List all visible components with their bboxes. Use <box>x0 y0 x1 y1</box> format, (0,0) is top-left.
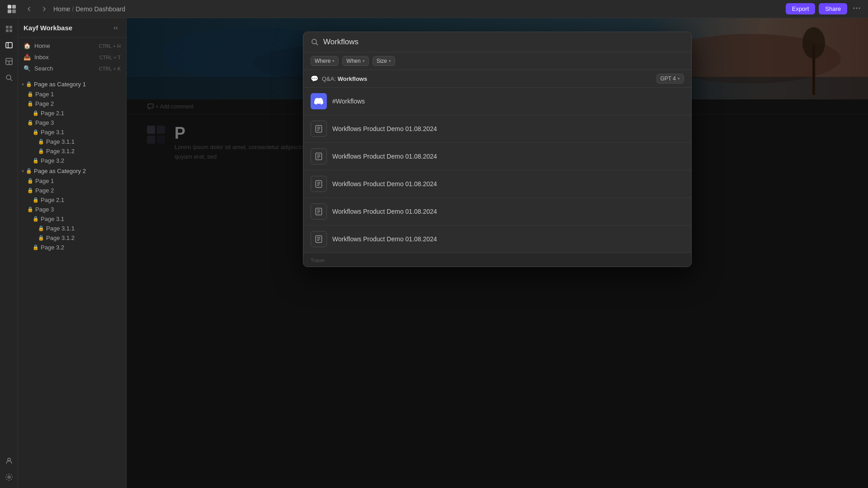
category-more-button[interactable]: ··· <box>115 167 123 174</box>
item-add-button[interactable]: + <box>109 129 114 136</box>
sidebar-item-c2-page2[interactable]: 🔒 Page 2 +··· <box>18 186 126 195</box>
item-add-button[interactable]: + <box>109 158 114 164</box>
share-button[interactable]: Share <box>819 3 847 14</box>
sidebar-category-2[interactable]: ▾ 🔒 Page as Category 2 + ··· <box>18 165 126 176</box>
filter-where[interactable]: Where ▾ <box>311 56 339 66</box>
sidebar-item-c1-page3[interactable]: 🔒 Page 3 +··· <box>18 118 126 127</box>
search-input[interactable] <box>323 38 684 47</box>
item-more-button[interactable]: ··· <box>116 158 123 164</box>
breadcrumb: Home / Demo Dashboard <box>53 5 125 13</box>
sidebar-item-c1-page312[interactable]: 🔒 Page 3.1.2 +··· <box>18 146 126 156</box>
forward-button[interactable] <box>38 3 51 15</box>
breadcrumb-home[interactable]: Home <box>53 5 70 13</box>
search-icon <box>311 38 319 46</box>
search-result-notion-5[interactable]: Workflows Product Demo 01.08.2024 <box>303 225 691 253</box>
sidebar-item-c2-page3[interactable]: 🔒 Page 3 +··· <box>18 205 126 214</box>
item-more-button[interactable]: ··· <box>116 216 123 222</box>
sidebar-item-inbox[interactable]: 📥 Inbox CTRL + T <box>18 52 126 63</box>
item-add-button[interactable]: + <box>109 120 114 126</box>
search-result-notion-4[interactable]: Workflows Product Demo 01.08.2024 <box>303 198 691 225</box>
svg-rect-8 <box>9 26 12 28</box>
sidebar-collapse-button[interactable]: ‹‹ <box>111 23 121 33</box>
item-add-button[interactable]: + <box>109 235 114 241</box>
item-add-button[interactable]: + <box>109 101 114 107</box>
item-more-button[interactable]: ··· <box>116 120 123 126</box>
page-lock-icon: 🔒 <box>38 139 44 145</box>
sidebar-item-c1-page31[interactable]: 🔒 Page 3.1 +··· <box>18 127 126 137</box>
icon-bar-pages[interactable] <box>2 22 16 36</box>
search-result-notion-2[interactable]: Workflows Product Demo 01.08.2024 <box>303 143 691 170</box>
item-more-button[interactable]: ··· <box>116 91 123 98</box>
item-add-button[interactable]: + <box>109 244 114 251</box>
breadcrumb-demo-dashboard[interactable]: Demo Dashboard <box>75 5 125 13</box>
category-arrow-icon: ▾ <box>22 82 24 87</box>
item-more-button[interactable]: ··· <box>116 139 123 145</box>
sidebar-item-c1-page32[interactable]: 🔒 Page 3.2 +··· <box>18 156 126 165</box>
svg-rect-0 <box>8 5 11 8</box>
sidebar-item-c1-page2[interactable]: 🔒 Page 2 +··· <box>18 99 126 108</box>
icon-bar-search[interactable] <box>2 70 16 85</box>
item-more-button[interactable]: ··· <box>116 148 123 155</box>
item-add-button[interactable]: + <box>109 206 114 213</box>
item-more-button[interactable]: ··· <box>116 188 123 194</box>
svg-rect-1 <box>12 5 16 8</box>
sidebar-item-c1-page311[interactable]: 🔒 Page 3.1.1 +··· <box>18 137 126 146</box>
item-more-button[interactable]: ··· <box>116 129 123 136</box>
sidebar-item-home[interactable]: 🏠 Home CTRL + H <box>18 40 126 52</box>
icon-bar-settings[interactable] <box>2 470 16 484</box>
item-add-button[interactable]: + <box>109 139 114 145</box>
filter-size[interactable]: Size ▾ <box>373 56 395 66</box>
item-more-button[interactable]: ··· <box>116 206 123 213</box>
item-more-button[interactable]: ··· <box>116 101 123 107</box>
search-result-discord[interactable]: #Workflows <box>303 88 691 115</box>
gpt-selector[interactable]: GPT 4 ▾ <box>656 74 684 84</box>
search-nav-icon: 🔍 <box>24 65 31 72</box>
item-more-button[interactable]: ··· <box>116 235 123 241</box>
search-result-notion-3[interactable]: Workflows Product Demo 01.08.2024 <box>303 170 691 198</box>
category-add-button[interactable]: + <box>108 167 114 174</box>
item-add-button[interactable]: + <box>109 225 114 232</box>
item-more-button[interactable]: ··· <box>116 225 123 232</box>
icon-bar-profile[interactable] <box>2 454 16 468</box>
item-more-button[interactable]: ··· <box>116 110 123 117</box>
sidebar-item-c1-page1[interactable]: 🔒 Page 1 +··· <box>18 89 126 99</box>
category-add-button[interactable]: + <box>108 80 114 88</box>
sidebar-item-c2-page21[interactable]: 🔒 Page 2.1 +··· <box>18 195 126 205</box>
svg-point-18 <box>8 458 10 461</box>
page-lock-icon: 🔒 <box>27 188 33 193</box>
item-add-button[interactable]: + <box>109 188 114 194</box>
category-more-button[interactable]: ··· <box>115 80 123 88</box>
sidebar-item-c2-page311[interactable]: 🔒 Page 3.1.1 +··· <box>18 224 126 233</box>
item-add-button[interactable]: + <box>109 216 114 222</box>
tracer-label: Tracer <box>311 258 325 263</box>
item-more-button[interactable]: ··· <box>116 244 123 251</box>
item-more-button[interactable]: ··· <box>116 197 123 203</box>
icon-bar-blocks[interactable] <box>2 54 16 69</box>
sidebar-item-c2-page31[interactable]: 🔒 Page 3.1 +··· <box>18 214 126 224</box>
back-button[interactable] <box>23 3 35 15</box>
sidebar-item-c2-page1[interactable]: 🔒 Page 1 +··· <box>18 176 126 186</box>
sidebar-item-c1-page21[interactable]: 🔒 Page 2.1 +··· <box>18 108 126 118</box>
search-modal: Where ▾ When ▾ Size ▾ 💬 <box>303 32 692 267</box>
svg-rect-10 <box>9 29 12 32</box>
sidebar-item-c2-page32[interactable]: 🔒 Page 3.2 +··· <box>18 243 126 252</box>
page-lock-icon: 🔒 <box>27 91 33 97</box>
svg-point-19 <box>8 476 10 479</box>
notion-icon <box>311 148 327 164</box>
item-add-button[interactable]: + <box>109 110 114 117</box>
item-add-button[interactable]: + <box>109 178 114 184</box>
export-button[interactable]: Export <box>786 3 816 14</box>
filter-when[interactable]: When ▾ <box>342 56 368 66</box>
item-add-button[interactable]: + <box>109 91 114 98</box>
sidebar-item-search[interactable]: 🔍 Search CTRL + K <box>18 63 126 74</box>
item-add-button[interactable]: + <box>109 148 114 155</box>
item-add-button[interactable]: + <box>109 197 114 203</box>
item-more-button[interactable]: ··· <box>116 178 123 184</box>
sidebar-category-1[interactable]: ▾ 🔒 Page as Category 1 + ··· <box>18 79 126 89</box>
qa-row: 💬 Q&A: Workflows GPT 4 ▾ <box>303 70 691 88</box>
search-result-notion-1[interactable]: Workflows Product Demo 01.08.2024 <box>303 115 691 143</box>
sidebar-item-c2-page312[interactable]: 🔒 Page 3.1.2 +··· <box>18 233 126 243</box>
more-options-button[interactable] <box>851 2 863 15</box>
chevron-down-icon: ▾ <box>332 59 335 63</box>
icon-bar-sidebar[interactable] <box>2 38 16 52</box>
